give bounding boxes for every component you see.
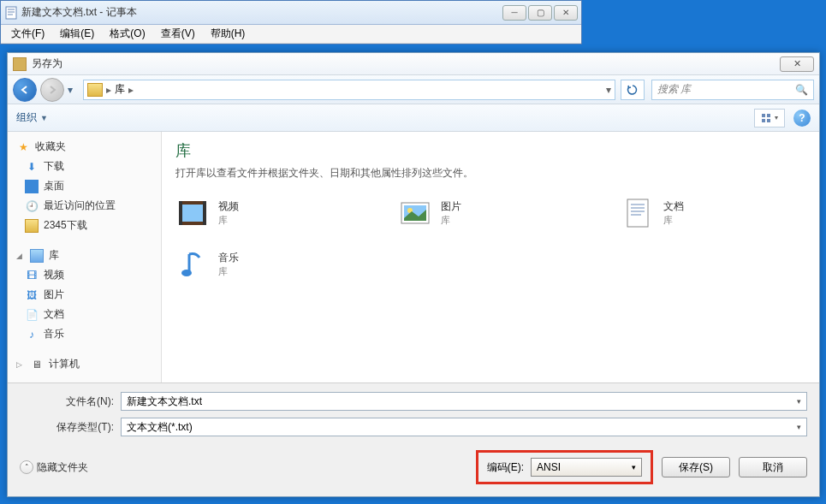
svg-rect-7 (767, 119, 770, 122)
svg-rect-9 (182, 205, 203, 222)
notepad-titlebar[interactable]: 新建文本文档.txt - 记事本 ─ ▢ ✕ (1, 1, 581, 25)
svg-rect-15 (627, 199, 648, 227)
filename-input[interactable]: 新建文本文档.txt (121, 392, 807, 411)
window-controls: ─ ▢ ✕ (502, 5, 578, 21)
chevron-down-icon[interactable]: ▾ (606, 84, 611, 96)
library-item-pictures[interactable]: 图片库 (398, 196, 569, 230)
encoding-select[interactable]: ANSI (531, 458, 642, 477)
sidebar-item-music[interactable]: ♪音乐 (8, 324, 161, 344)
svg-rect-10 (179, 201, 182, 225)
music-icon: ♪ (25, 328, 39, 341)
minimize-button[interactable]: ─ (502, 5, 526, 21)
view-mode-button[interactable] (754, 109, 785, 127)
picture-icon: 🖼 (25, 288, 39, 302)
search-placeholder: 搜索 库 (657, 82, 691, 97)
desktop-icon (25, 180, 39, 193)
dialog-bottom-panel: 文件名(N): 新建文本文档.txt 保存类型(T): 文本文档(*.txt) … (8, 382, 819, 496)
libraries-icon (87, 83, 103, 97)
dialog-toolbar: 组织▼ ? (8, 104, 819, 132)
sidebar-item-pictures[interactable]: 🖼图片 (8, 285, 161, 305)
video-library-icon (175, 196, 210, 230)
video-icon: 🎞 (25, 269, 39, 282)
menu-help[interactable]: 帮助(H) (204, 25, 253, 43)
sidebar-item-recent[interactable]: 🕘最近访问的位置 (8, 196, 161, 216)
save-button[interactable]: 保存(S) (662, 457, 730, 477)
help-button[interactable]: ? (793, 110, 811, 127)
menu-format[interactable]: 格式(O) (103, 25, 152, 43)
view-icon (761, 113, 773, 123)
maximize-button[interactable]: ▢ (528, 5, 552, 21)
breadcrumb-root[interactable]: 库 (115, 82, 125, 97)
content-pane: 库 打开库以查看文件并根据文件夹、日期和其他属性排列这些文件。 视频库 图片库 … (162, 132, 819, 382)
menu-file[interactable]: 文件(F) (4, 25, 51, 43)
document-library-icon (621, 196, 655, 230)
sidebar-libraries-header[interactable]: ◢库 (8, 246, 161, 265)
dialog-navbar: ▾ ▸ 库 ▸ ▾ 搜索 库 🔍 (8, 75, 819, 104)
menu-edit[interactable]: 编辑(E) (53, 25, 101, 43)
library-item-music[interactable]: 音乐库 (175, 247, 347, 282)
close-button[interactable]: ✕ (554, 5, 578, 21)
library-item-videos[interactable]: 视频库 (175, 196, 347, 230)
encoding-highlight-box: 编码(E): ANSI (476, 450, 653, 484)
library-grid: 视频库 图片库 文档库 音乐库 (175, 196, 805, 282)
library-item-documents[interactable]: 文档库 (621, 196, 792, 230)
sidebar-favorites-header[interactable]: ★收藏夹 (8, 137, 161, 157)
recent-icon: 🕘 (25, 199, 39, 213)
computer-icon: 🖥 (30, 358, 44, 371)
content-heading: 库 (175, 140, 805, 161)
dialog-close-button[interactable]: ✕ (780, 56, 814, 72)
hide-folders-button[interactable]: ˄ 隐藏文件夹 (20, 460, 88, 475)
folder-icon (25, 219, 39, 233)
star-icon: ★ (16, 140, 30, 154)
picture-library-icon (398, 196, 432, 230)
notepad-title-text: 新建文本文档.txt - 记事本 (21, 5, 502, 20)
search-icon: 🔍 (795, 84, 808, 96)
libraries-icon (30, 249, 44, 263)
folder-icon (13, 57, 27, 71)
filetype-label: 保存类型(T): (20, 420, 121, 435)
chevron-right-icon: ▸ (106, 84, 111, 96)
dialog-titlebar[interactable]: 另存为 ✕ (8, 53, 819, 75)
organize-button[interactable]: 组织▼ (16, 110, 48, 125)
sidebar-item-2345[interactable]: 2345下载 (8, 216, 161, 235)
filetype-select[interactable]: 文本文档(*.txt) (121, 418, 807, 436)
refresh-button[interactable] (621, 80, 645, 100)
svg-rect-11 (203, 201, 206, 225)
chevron-right-icon: ▸ (128, 84, 134, 96)
sidebar-computer-header[interactable]: ▷🖥计算机 (8, 354, 161, 374)
menu-view[interactable]: 查看(V) (154, 25, 202, 43)
encoding-label: 编码(E): (487, 460, 524, 475)
filename-label: 文件名(N): (20, 394, 121, 409)
document-icon: 📄 (25, 308, 39, 322)
triangle-icon: ▷ (16, 360, 25, 369)
back-button[interactable] (13, 78, 37, 102)
download-icon: ⬇ (25, 160, 39, 174)
nav-history-dropdown[interactable]: ▾ (68, 84, 80, 96)
dialog-body: ★收藏夹 ⬇下载 桌面 🕘最近访问的位置 2345下载 ◢库 🎞视频 🖼图片 📄… (8, 132, 819, 382)
forward-button[interactable] (40, 78, 64, 102)
chevron-down-icon: ▼ (40, 114, 48, 122)
sidebar-item-desktop[interactable]: 桌面 (8, 176, 161, 196)
notepad-menubar: 文件(F) 编辑(E) 格式(O) 查看(V) 帮助(H) (1, 25, 581, 44)
svg-rect-6 (762, 119, 765, 122)
chevron-up-icon: ˄ (20, 460, 33, 474)
dialog-title-text: 另存为 (32, 56, 780, 71)
triangle-icon: ◢ (16, 252, 25, 260)
svg-rect-0 (6, 7, 16, 19)
music-library-icon (175, 247, 210, 282)
search-input[interactable]: 搜索 库 🔍 (651, 80, 814, 100)
save-as-dialog: 另存为 ✕ ▾ ▸ 库 ▸ ▾ 搜索 库 🔍 组织▼ ? (7, 52, 820, 497)
notepad-icon (4, 6, 18, 20)
sidebar-item-videos[interactable]: 🎞视频 (8, 265, 161, 285)
svg-rect-5 (767, 114, 770, 117)
breadcrumb[interactable]: ▸ 库 ▸ ▾ (83, 80, 615, 100)
content-description: 打开库以查看文件并根据文件夹、日期和其他属性排列这些文件。 (175, 166, 805, 181)
sidebar-item-documents[interactable]: 📄文档 (8, 305, 161, 324)
cancel-button[interactable]: 取消 (739, 457, 807, 477)
sidebar-item-downloads[interactable]: ⬇下载 (8, 157, 161, 176)
sidebar: ★收藏夹 ⬇下载 桌面 🕘最近访问的位置 2345下载 ◢库 🎞视频 🖼图片 📄… (8, 132, 162, 382)
svg-rect-4 (762, 114, 765, 117)
notepad-window: 新建文本文档.txt - 记事本 ─ ▢ ✕ 文件(F) 编辑(E) 格式(O)… (0, 0, 582, 44)
svg-point-20 (181, 270, 192, 276)
